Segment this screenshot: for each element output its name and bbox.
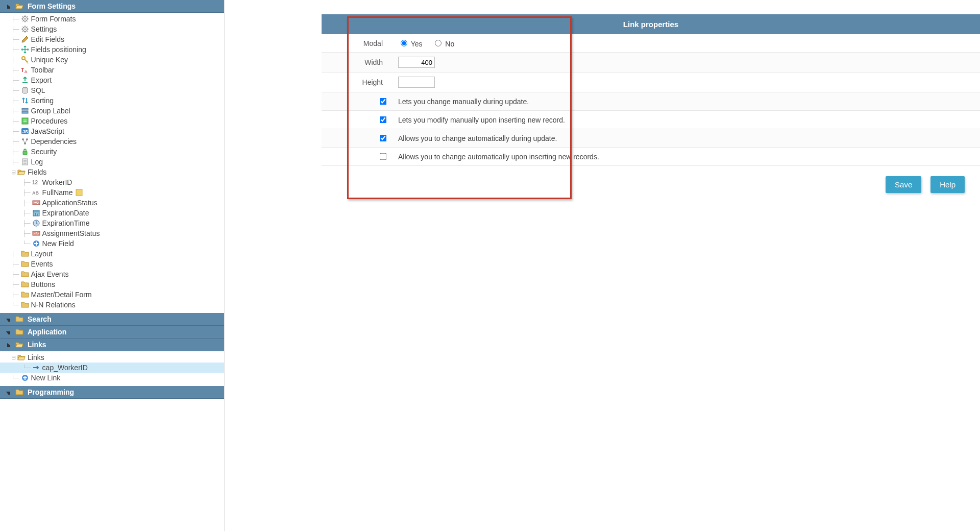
cb-change-auto-insert[interactable] bbox=[380, 153, 387, 160]
tree-item-fields-positioning[interactable]: ├─ Fields positioning bbox=[0, 44, 224, 55]
tree-item-sorting[interactable]: ├─ Sorting bbox=[0, 95, 224, 106]
tree-item-new-link[interactable]: └─ New Link bbox=[0, 373, 224, 383]
tree-item-unique-key[interactable]: ├─ Unique Key bbox=[0, 55, 224, 65]
cb-modify-manually-insert[interactable] bbox=[380, 116, 387, 124]
tree-item-events[interactable]: ├─ Events bbox=[0, 259, 224, 269]
tree-item-dependencies[interactable]: ├─ Dependencies bbox=[0, 136, 224, 147]
width-label: Width bbox=[322, 53, 393, 73]
save-button[interactable]: Save bbox=[886, 176, 921, 193]
flag-icon bbox=[75, 188, 83, 197]
tree-item-field-expirationtime[interactable]: ├─ ExpirationTime bbox=[0, 218, 224, 228]
folder-icon bbox=[21, 291, 29, 299]
tree-item-field-expirationdate[interactable]: ├─ ExpirationDate bbox=[0, 208, 224, 218]
section-header-application[interactable]: Application bbox=[0, 326, 224, 339]
main-panel: Link properties Modal Yes No Width bbox=[225, 0, 980, 531]
section-title: Search bbox=[28, 315, 52, 323]
tree-label: Fields positioning bbox=[29, 44, 86, 55]
tree-item-javascript[interactable]: ├─ JavaScript bbox=[0, 126, 224, 136]
tree-item-field-workerid[interactable]: ├─ WorkerID bbox=[0, 177, 224, 187]
tree-item-n-n-relations[interactable]: └─ N-N Relations bbox=[0, 300, 224, 310]
height-input[interactable] bbox=[398, 77, 435, 88]
cb-label: Lets you modify manually upon inserting … bbox=[393, 111, 980, 129]
collapse-icon bbox=[4, 329, 11, 334]
db-icon bbox=[21, 86, 29, 94]
key-icon bbox=[21, 56, 29, 64]
group-icon bbox=[21, 107, 29, 115]
modal-no-radio[interactable] bbox=[435, 40, 442, 46]
tree-label: New Field bbox=[40, 238, 74, 249]
tree-label: Layout bbox=[29, 249, 53, 259]
tree-item-field-fullname[interactable]: ├─ FullName bbox=[0, 187, 224, 198]
tree-label: Sorting bbox=[29, 95, 54, 106]
panel-title: Link properties bbox=[322, 14, 980, 34]
tree-label: ApplicationStatus bbox=[40, 198, 97, 208]
collapse-icon bbox=[4, 317, 11, 322]
folder-icon bbox=[15, 315, 23, 323]
links-tree: ⊟ Links └─ cap_WorkerID └─ New Link bbox=[0, 351, 224, 386]
tree-item-fields[interactable]: ⊟ Fields bbox=[0, 167, 224, 177]
tree-item-security[interactable]: ├─ Security bbox=[0, 147, 224, 157]
dep-icon bbox=[21, 137, 29, 146]
tree-item-form-formats[interactable]: ├─ Form Formats bbox=[0, 14, 224, 24]
tree-item-log[interactable]: ├─ Log bbox=[0, 157, 224, 167]
tree-label: Procedures bbox=[29, 116, 68, 126]
modal-yes-radio[interactable] bbox=[401, 40, 407, 46]
section-title: Application bbox=[28, 328, 66, 336]
help-button[interactable]: Help bbox=[930, 176, 965, 193]
tree-item-buttons[interactable]: ├─ Buttons bbox=[0, 279, 224, 289]
sidebar: Form Settings ├─ Form Formats ├─ Setting… bbox=[0, 0, 225, 531]
tree-item-field-applicationstatus[interactable]: ├─ ApplicationStatus bbox=[0, 198, 224, 208]
tree-label: ExpirationDate bbox=[40, 208, 89, 218]
tree-label: Links bbox=[26, 352, 44, 363]
tree-label: Fields bbox=[26, 167, 46, 177]
status-icon bbox=[32, 199, 40, 207]
tree-item-toolbar[interactable]: ├─ Toolbar bbox=[0, 65, 224, 75]
modal-no-option[interactable]: No bbox=[432, 40, 454, 48]
folder-icon bbox=[15, 388, 23, 396]
tree-label: ExpirationTime bbox=[40, 218, 90, 228]
tree-item-cap-workerid[interactable]: └─ cap_WorkerID bbox=[0, 363, 224, 373]
cb-label: Lets you change manually during update. bbox=[393, 92, 980, 111]
section-header-programming[interactable]: Programming bbox=[0, 386, 224, 399]
tree-label: Settings bbox=[29, 24, 57, 34]
tree-item-group-label[interactable]: ├─ Group Label bbox=[0, 106, 224, 116]
tree-label: Unique Key bbox=[29, 55, 68, 65]
tree-item-layout[interactable]: ├─ Layout bbox=[0, 249, 224, 259]
cb-label: Allows you to change automatically upon … bbox=[393, 148, 980, 166]
pencil-icon bbox=[21, 35, 29, 43]
folder-icon bbox=[15, 2, 23, 10]
gear-icon bbox=[21, 25, 29, 33]
tree-label: Form Formats bbox=[29, 14, 76, 24]
modal-yes-option[interactable]: Yes bbox=[398, 40, 422, 48]
date-icon bbox=[32, 209, 40, 217]
tree-item-sql[interactable]: ├─ SQL bbox=[0, 85, 224, 95]
section-header-links[interactable]: Links bbox=[0, 339, 224, 351]
section-header-form-settings[interactable]: Form Settings bbox=[0, 0, 224, 13]
tree-item-field-assignmentstatus[interactable]: ├─ AssignmentStatus bbox=[0, 228, 224, 238]
proc-icon bbox=[21, 117, 29, 125]
tree-item-export[interactable]: ├─ Export bbox=[0, 75, 224, 85]
tree-item-master-detail-form[interactable]: ├─ Master/Detail Form bbox=[0, 289, 224, 300]
cb-change-manually-update[interactable] bbox=[380, 98, 387, 105]
sort-icon bbox=[21, 96, 29, 105]
tree-item-settings[interactable]: ├─ Settings bbox=[0, 24, 224, 34]
section-title: Programming bbox=[28, 388, 74, 396]
tree-item-edit-fields[interactable]: ├─ Edit Fields bbox=[0, 34, 224, 44]
tree-item-links-root[interactable]: ⊟ Links bbox=[0, 352, 224, 363]
folder-icon bbox=[17, 353, 26, 361]
width-input[interactable] bbox=[398, 57, 435, 68]
tree-item-ajax-events[interactable]: ├─ Ajax Events bbox=[0, 269, 224, 279]
tree-label: FullName bbox=[40, 187, 73, 198]
tree-label: Events bbox=[29, 259, 53, 269]
tree-label: N-N Relations bbox=[29, 300, 76, 310]
tree-label: Group Label bbox=[29, 106, 70, 116]
height-label: Height bbox=[322, 73, 393, 92]
tree-item-procedures[interactable]: ├─ Procedures bbox=[0, 116, 224, 126]
section-header-search[interactable]: Search bbox=[0, 313, 224, 326]
tree-label: Security bbox=[29, 147, 57, 157]
arrow-icon bbox=[32, 364, 40, 372]
section-title: Links bbox=[28, 341, 46, 349]
cb-change-auto-update[interactable] bbox=[380, 135, 387, 142]
tree-item-field-new-field[interactable]: └─ New Field bbox=[0, 238, 224, 249]
tree-label: Dependencies bbox=[29, 136, 77, 147]
